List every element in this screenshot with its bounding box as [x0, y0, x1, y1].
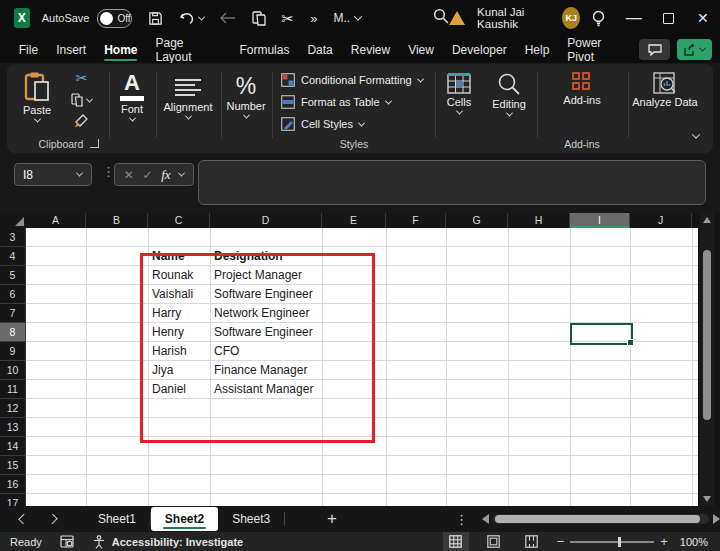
vertical-scrollbar[interactable]: [700, 213, 714, 506]
undo-icon[interactable]: [179, 11, 204, 25]
analyze-data-button[interactable]: Analyze Data: [629, 72, 701, 110]
editing-dropdown-button[interactable]: Editing: [484, 72, 534, 117]
tab-home[interactable]: Home: [95, 36, 146, 63]
row-header-11[interactable]: 11: [0, 380, 26, 399]
sheet-tab-sheet2-active[interactable]: Sheet2: [151, 507, 218, 531]
minimize-button[interactable]: —: [616, 0, 651, 36]
row-header-14[interactable]: 14: [0, 437, 26, 456]
more-commands-icon[interactable]: »: [310, 12, 317, 25]
maximize-button[interactable]: [651, 0, 686, 36]
macro-record-icon[interactable]: [60, 535, 74, 548]
horizontal-scroll-thumb[interactable]: [495, 515, 700, 523]
row-header-6[interactable]: 6: [0, 285, 26, 304]
format-as-table-button[interactable]: Format as Table: [281, 92, 423, 112]
sheet-nav-right-icon[interactable]: [47, 514, 58, 525]
cells-dropdown-button[interactable]: Cells: [436, 72, 482, 115]
scroll-down-icon[interactable]: [703, 496, 711, 502]
zoom-in-icon[interactable]: +: [660, 535, 668, 548]
new-sheet-button[interactable]: +: [327, 509, 337, 529]
sheet-nav-left-icon[interactable]: [18, 514, 29, 525]
toolbar-overflow-menu[interactable]: M..: [333, 11, 361, 25]
sheet-tab-sheet1[interactable]: Sheet1: [84, 506, 150, 532]
tab-data[interactable]: Data: [298, 36, 341, 63]
accessibility-status[interactable]: Accessibility: Investigate: [112, 536, 243, 548]
zoom-out-icon[interactable]: −: [557, 535, 565, 548]
clipboard-dialog-launcher-icon[interactable]: [90, 139, 99, 148]
row-header-17[interactable]: 17: [0, 494, 26, 506]
column-header-h[interactable]: H: [508, 213, 570, 228]
paste-dropdown-icon[interactable]: [34, 116, 41, 123]
cancel-icon[interactable]: ✕: [124, 168, 134, 182]
column-header-a[interactable]: A: [26, 213, 86, 228]
tab-developer[interactable]: Developer: [443, 36, 516, 63]
row-header-16[interactable]: 16: [0, 475, 26, 494]
cell-styles-button[interactable]: Cell Styles: [281, 114, 423, 134]
row-header-15[interactable]: 15: [0, 456, 26, 475]
cut-icon[interactable]: ✂: [282, 11, 295, 26]
column-header-j[interactable]: J: [630, 213, 692, 228]
active-cell-i8[interactable]: [570, 323, 633, 345]
normal-view-button[interactable]: [443, 532, 469, 551]
tab-view[interactable]: View: [399, 36, 443, 63]
row-header-9[interactable]: 9: [0, 342, 26, 361]
tab-review[interactable]: Review: [342, 36, 399, 63]
tab-insert[interactable]: Insert: [47, 36, 95, 63]
name-box[interactable]: I8: [14, 163, 92, 186]
save-icon[interactable]: [148, 11, 163, 26]
accessibility-icon[interactable]: [92, 535, 106, 549]
page-break-preview-button[interactable]: [519, 532, 545, 551]
row-header-7[interactable]: 7: [0, 304, 26, 323]
select-all-corner[interactable]: [0, 213, 27, 229]
account-name[interactable]: Kunal Jai Kaushik: [477, 6, 552, 30]
zoom-level[interactable]: 100%: [680, 536, 708, 548]
share-button[interactable]: [677, 39, 712, 60]
formula-input[interactable]: [198, 160, 706, 205]
copy-dropdown-icon[interactable]: [86, 95, 93, 102]
column-header-d[interactable]: D: [210, 213, 322, 228]
horizontal-scroll-track[interactable]: [493, 514, 709, 524]
collapse-ribbon-icon[interactable]: [693, 125, 699, 143]
addins-button[interactable]: Add-ins: [538, 72, 626, 106]
copy-icon[interactable]: [252, 11, 266, 26]
warning-icon[interactable]: [449, 11, 465, 25]
conditional-formatting-button[interactable]: Conditional Formatting: [281, 70, 423, 90]
ideas-lightbulb-icon[interactable]: [580, 0, 616, 36]
row-header-10[interactable]: 10: [0, 361, 26, 380]
zoom-track[interactable]: [570, 541, 654, 543]
column-header-g[interactable]: G: [446, 213, 508, 228]
undo-dropdown-icon[interactable]: [198, 13, 205, 20]
cell-area[interactable]: Name Designation Rounak Project Manager …: [26, 228, 698, 506]
scroll-right-icon[interactable]: [713, 514, 720, 524]
avatar[interactable]: KJ: [562, 7, 580, 29]
comments-button[interactable]: [639, 39, 670, 60]
column-header-f[interactable]: F: [386, 213, 446, 228]
copy-icon[interactable]: [71, 93, 92, 107]
enter-icon[interactable]: ✓: [142, 168, 152, 182]
zoom-handle[interactable]: [618, 537, 621, 547]
format-painter-icon[interactable]: [74, 114, 89, 132]
autosave-toggle[interactable]: Off: [97, 9, 131, 28]
vertical-scroll-thumb[interactable]: [703, 250, 711, 420]
tab-help[interactable]: Help: [516, 36, 559, 63]
row-header-13[interactable]: 13: [0, 418, 26, 437]
paste-button[interactable]: Paste: [23, 72, 51, 123]
row-header-5[interactable]: 5: [0, 266, 26, 285]
sheet-more-icon[interactable]: ⋮: [455, 512, 468, 527]
tab-page-layout[interactable]: Page Layout: [146, 36, 230, 63]
fill-handle[interactable]: [627, 339, 634, 346]
close-button[interactable]: ✕: [685, 0, 720, 36]
column-header-c[interactable]: C: [148, 213, 210, 228]
font-dropdown-button[interactable]: A Font: [110, 73, 154, 122]
scroll-up-icon[interactable]: [703, 217, 711, 223]
column-header-i-selected[interactable]: I: [570, 213, 630, 228]
row-header-4[interactable]: 4: [0, 247, 26, 266]
row-header-3[interactable]: 3: [0, 228, 26, 247]
tab-power-pivot[interactable]: Power Pivot: [558, 36, 639, 63]
alignment-dropdown-button[interactable]: Alignment: [157, 76, 219, 120]
tab-file[interactable]: File: [10, 36, 47, 63]
horizontal-scrollbar[interactable]: [482, 514, 720, 524]
column-header-e[interactable]: E: [322, 213, 386, 228]
zoom-slider[interactable]: − +: [557, 535, 668, 548]
search-icon[interactable]: [433, 8, 449, 28]
number-dropdown-button[interactable]: % Number: [222, 74, 270, 119]
